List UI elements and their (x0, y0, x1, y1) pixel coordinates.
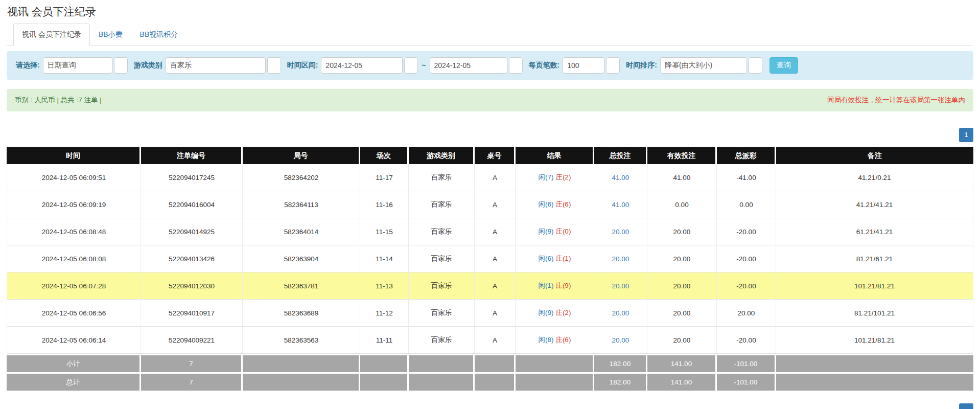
query-type-dropdown-box[interactable] (114, 57, 128, 74)
total-bet-link[interactable]: 20.00 (612, 255, 629, 263)
cell-valid-bet: 20.00 (647, 272, 717, 300)
result-banker: 庄(0) (555, 228, 571, 235)
result-player: 闲(1) (539, 282, 554, 289)
table-row: 2024-12-05 06:06:14522094009221582363563… (7, 327, 973, 354)
cell-table-no: A (475, 327, 516, 354)
per-page-label: 每页笔数: (529, 61, 560, 70)
date-to-input[interactable] (430, 57, 507, 74)
total-bet-link[interactable]: 20.00 (612, 282, 629, 290)
cell-note: 81.21/61.21 (776, 245, 973, 272)
cell-result: 闲(6) 庄(6) (516, 191, 594, 218)
cell-note: 81.21/101.21 (776, 300, 973, 327)
page-1-button-bottom[interactable] (959, 403, 973, 409)
cell-total-payout: -20.00 (717, 272, 776, 300)
table-row: 2024-12-05 06:09:19522094016004582364113… (7, 191, 973, 218)
cell-result: 闲(9) 庄(2) (516, 300, 594, 327)
totals-empty-cell (409, 354, 475, 372)
cell-session: 11-14 (360, 245, 409, 272)
time-range-label: 时间区间: (287, 61, 318, 70)
table-header-row: 时间注单编号局号场次游戏类别桌号结果总投注有效投注总派彩备注 (7, 147, 973, 164)
cell-round-id: 582364113 (243, 191, 360, 218)
column-header: 总派彩 (717, 147, 776, 164)
cell-bet-id: 522094017245 (141, 164, 243, 191)
totals-empty-cell (516, 354, 594, 372)
table-totals: 小计7182.00141.00-101.00总计7182.00141.00-10… (7, 354, 973, 391)
cell-note: 101.21/81.21 (776, 327, 973, 354)
page-1-button[interactable]: 1 (959, 128, 973, 142)
totals-empty-cell (516, 372, 594, 391)
cell-result: 闲(1) 庄(9) (516, 272, 594, 300)
result-player: 闲(9) (539, 228, 554, 235)
select-type-label: 请选择: (16, 61, 40, 70)
column-header: 游戏类别 (409, 147, 475, 164)
cell-round-id: 582364014 (243, 218, 360, 245)
total-bet-link[interactable]: 20.00 (612, 336, 629, 344)
table-row: 2024-12-05 06:08:08522094013426582363904… (7, 245, 973, 272)
result-player: 闲(6) (539, 200, 554, 208)
date-from-dropdown-box[interactable] (404, 57, 418, 74)
sort-order-input[interactable] (660, 57, 747, 74)
totals-empty-cell (776, 372, 973, 391)
column-header: 有效投注 (647, 147, 717, 164)
cell-table-no: A (475, 300, 516, 327)
totals-empty-cell (360, 354, 409, 372)
total-bet-link[interactable]: 20.00 (612, 228, 629, 236)
total-bet-link[interactable]: 41.00 (612, 174, 629, 181)
cell-bet-id: 522094014925 (141, 218, 243, 245)
cell-note: 101.21/81.21 (776, 272, 973, 300)
total-bet-link[interactable]: 20.00 (612, 309, 629, 317)
per-page-input[interactable] (563, 57, 604, 74)
cell-game-type: 百家乐 (409, 300, 475, 327)
valid-bet-notice-text: 同局有效投注，统一计算在该局第一张注单内 (827, 96, 965, 105)
totals-label: 小计 (7, 354, 141, 372)
result-banker: 庄(6) (555, 336, 571, 344)
tab-bb-video-points[interactable]: BB视讯积分 (131, 24, 187, 46)
table-row: 2024-12-05 06:08:48522094014925582364014… (7, 218, 973, 245)
table-row: 2024-12-05 06:06:56522094010917582363689… (7, 300, 973, 327)
cell-game-type: 百家乐 (409, 245, 475, 272)
result-player: 闲(7) (539, 173, 554, 181)
game-type-dropdown-box[interactable] (267, 57, 281, 74)
betting-records-table: 时间注单编号局号场次游戏类别桌号结果总投注有效投注总派彩备注 2024-12-0… (7, 147, 973, 391)
table-row: 2024-12-05 06:09:51522094017245582364202… (7, 164, 973, 191)
date-from-input[interactable] (321, 57, 403, 74)
summary-notice-bar: 币别 : 人民币 | 总共 :7 注单 | 同局有效投注，统一计算在该局第一张注… (7, 89, 973, 111)
cell-table-no: A (475, 191, 516, 218)
game-type-input[interactable] (166, 57, 266, 74)
cell-total-bet: 41.00 (594, 191, 647, 218)
cell-total-bet: 20.00 (594, 300, 647, 327)
cell-bet-id: 522094016004 (141, 191, 243, 218)
cell-session: 11-12 (360, 300, 409, 327)
column-header: 时间 (7, 147, 141, 164)
total-bet-link[interactable]: 41.00 (612, 201, 629, 209)
search-button[interactable]: 查询 (769, 57, 798, 74)
per-page-dropdown-box[interactable] (606, 57, 620, 74)
totals-empty-cell (243, 372, 360, 391)
column-header: 备注 (776, 147, 973, 164)
cell-session: 11-17 (360, 164, 409, 191)
column-header: 桌号 (475, 147, 516, 164)
cell-game-type: 百家乐 (409, 218, 475, 245)
pagination-top: 1 (7, 128, 973, 143)
filter-panel: 请选择: 游戏类别 时间区间: ~ 每页笔数: 时间排序: 查询 (7, 51, 973, 80)
tab-bb-tips[interactable]: BB小费 (90, 24, 131, 46)
cell-game-type: 百家乐 (409, 272, 475, 300)
result-player: 闲(6) (539, 255, 554, 262)
totals-empty-cell (475, 354, 516, 372)
game-type-label: 游戏类别 (134, 61, 162, 70)
result-player: 闲(9) (539, 309, 554, 316)
tab-betting-records[interactable]: 视讯 会员下注纪录 (13, 24, 90, 46)
date-to-dropdown-box[interactable] (509, 57, 523, 74)
cell-valid-bet: 0.00 (647, 191, 717, 218)
sort-order-dropdown-box[interactable] (749, 57, 762, 74)
cell-total-payout: -20.00 (717, 218, 776, 245)
cell-result: 闲(7) 庄(2) (516, 164, 594, 191)
cell-bet-id: 522094013426 (141, 245, 243, 272)
cell-note: 41.21/0.21 (776, 164, 973, 191)
totals-valid-bet: 141.00 (647, 372, 717, 391)
query-type-input[interactable] (43, 57, 112, 74)
currency-total-text: 币别 : 人民币 | 总共 :7 注单 | (15, 96, 102, 105)
totals-empty-cell (776, 354, 973, 372)
cell-valid-bet: 41.00 (647, 164, 717, 191)
cell-total-payout: -20.00 (717, 245, 776, 272)
